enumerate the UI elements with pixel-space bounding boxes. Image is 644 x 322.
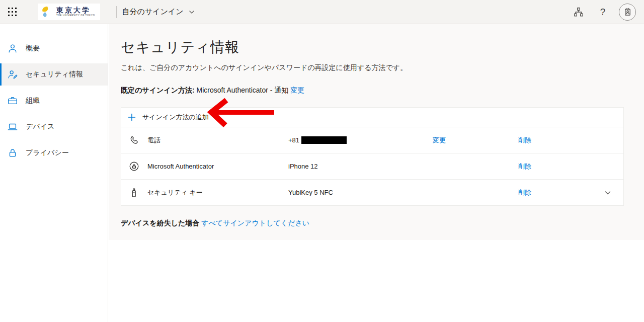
usb-key-icon xyxy=(128,187,139,198)
method-row-phone: 電話 +81 変更 削除 xyxy=(121,127,623,153)
organization-switcher-button[interactable] xyxy=(569,2,589,22)
delete-authenticator-link[interactable]: 削除 xyxy=(518,163,531,170)
method-name: 電話 xyxy=(147,136,288,145)
method-row-authenticator: Microsoft Authenticator iPhone 12 削除 xyxy=(121,153,623,179)
delete-security-key-link[interactable]: 削除 xyxy=(518,189,531,196)
help-icon: ? xyxy=(600,7,606,18)
id-badge-icon xyxy=(623,7,632,17)
method-row-security-key: セキュリティ キー YubiKey 5 NFC 削除 xyxy=(121,179,623,205)
default-method-value: Microsoft Authenticator - 通知 xyxy=(197,86,289,94)
add-signin-method-button[interactable]: サインイン方法の追加 xyxy=(121,108,623,127)
phone-icon xyxy=(128,135,139,146)
app-launcher-button[interactable] xyxy=(0,0,24,24)
sign-out-everywhere-link[interactable]: すべてサインアウトしてください xyxy=(201,219,309,227)
app-title-dropdown[interactable]: 自分のサインイン xyxy=(122,7,195,17)
sidebar-item-label: プライバシー xyxy=(26,148,69,157)
signin-methods-table: サインイン方法の追加 電話 +81 変更 削除 xyxy=(121,107,624,206)
page-subtitle: これは、ご自分のアカウントへのサインインやパスワードの再設定に使用する方法です。 xyxy=(121,63,644,72)
method-detail: YubiKey 5 NFC xyxy=(288,189,333,196)
waffle-icon xyxy=(8,8,17,16)
sidebar-item-privacy[interactable]: プライバシー xyxy=(0,142,108,164)
app-title: 自分のサインイン xyxy=(122,7,184,17)
add-method-label: サインイン方法の追加 xyxy=(142,113,209,122)
account-avatar[interactable] xyxy=(619,4,636,21)
logo-text-en: THE UNIVERSITY OF TOKYO xyxy=(56,15,95,17)
sidebar-item-security-info[interactable]: セキュリティ情報 xyxy=(0,63,108,86)
top-bar: 東京大学 THE UNIVERSITY OF TOKYO 自分のサインイン ? xyxy=(0,0,644,24)
method-name: セキュリティ キー xyxy=(147,188,288,197)
sidebar-item-organizations[interactable]: 組織 xyxy=(0,90,108,112)
change-phone-link[interactable]: 変更 xyxy=(433,136,446,144)
authenticator-icon xyxy=(128,160,140,172)
lock-icon xyxy=(7,147,18,158)
sidebar-item-label: 概要 xyxy=(26,44,40,53)
topbar-divider xyxy=(116,6,117,18)
chevron-down-icon xyxy=(189,9,195,15)
method-detail: iPhone 12 xyxy=(288,163,318,170)
sidebar-item-devices[interactable]: デバイス xyxy=(0,116,108,138)
plus-icon xyxy=(128,113,136,121)
method-name: Microsoft Authenticator xyxy=(147,163,288,170)
lost-device-label: デバイスを紛失した場合 xyxy=(121,219,199,227)
change-default-method-link[interactable]: 変更 xyxy=(290,86,304,94)
default-signin-method-line: 既定のサインイン方法: Microsoft Authenticator - 通知… xyxy=(121,86,644,95)
person-icon xyxy=(7,43,18,54)
sidebar-item-label: 組織 xyxy=(26,96,40,105)
lost-device-line: デバイスを紛失した場合 すべてサインアウトしてください xyxy=(121,219,644,228)
person-edit-icon xyxy=(7,69,18,80)
laptop-icon xyxy=(7,121,18,132)
redacted-phone-number xyxy=(301,136,347,144)
sidebar-item-overview[interactable]: 概要 xyxy=(0,37,108,59)
method-detail: +81 xyxy=(288,136,299,144)
university-logo[interactable]: 東京大学 THE UNIVERSITY OF TOKYO xyxy=(38,4,100,20)
help-button[interactable]: ? xyxy=(593,2,613,22)
page-title: セキュリティ情報 xyxy=(121,38,644,57)
delete-phone-link[interactable]: 削除 xyxy=(518,136,531,144)
default-method-label: 既定のサインイン方法: xyxy=(121,86,195,94)
sidebar: 概要 セキュリティ情報 組織 デバイス プライバシー xyxy=(0,24,108,322)
briefcase-icon xyxy=(7,95,18,106)
ginkgo-leaf-icon xyxy=(41,5,54,19)
sidebar-item-label: デバイス xyxy=(26,122,54,131)
sidebar-item-label: セキュリティ情報 xyxy=(26,70,83,79)
security-info-page: セキュリティ情報 これは、ご自分のアカウントへのサインインやパスワードの再設定に… xyxy=(109,24,644,240)
expand-chevron-icon[interactable] xyxy=(604,189,611,196)
org-hierarchy-icon xyxy=(573,7,584,18)
logo-text-jp: 東京大学 xyxy=(56,7,95,14)
